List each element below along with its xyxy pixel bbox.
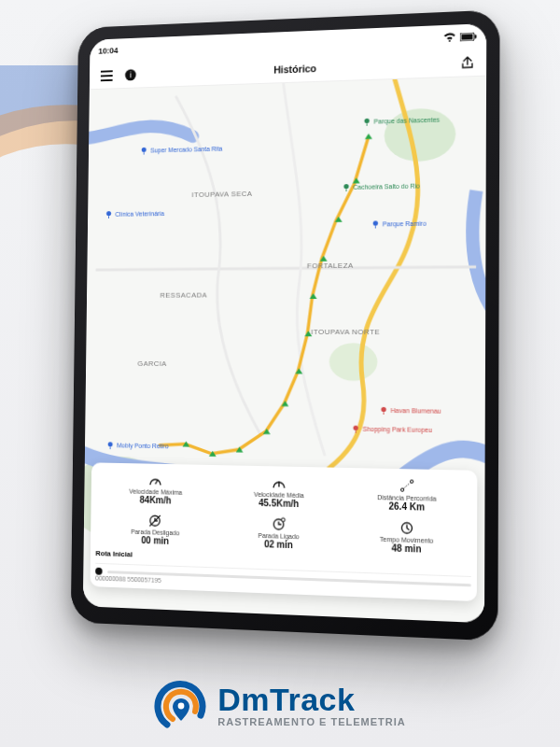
poi-pin: Parque Ramiro xyxy=(371,219,427,229)
svg-point-12 xyxy=(381,407,385,413)
svg-point-10 xyxy=(343,184,348,189)
map-label: FORTALEZA xyxy=(307,261,354,270)
poi-pin: Mobly Ponto Retiro xyxy=(106,441,169,450)
svg-point-18 xyxy=(400,488,403,491)
brand-tagline: RASTREAMENTO E TELEMETRIA xyxy=(217,717,405,727)
svg-point-8 xyxy=(142,148,147,152)
brand-logo-icon xyxy=(154,678,208,732)
stat-stop-off: Parada Desligado 00 min xyxy=(96,510,216,550)
svg-point-13 xyxy=(353,426,357,431)
poi-pin: Shopping Park Europeu xyxy=(352,425,432,434)
map-label: RESSACADA xyxy=(160,291,207,300)
clock-on-icon xyxy=(272,516,287,530)
svg-point-14 xyxy=(108,442,113,446)
map-label: ITOUPAVA SECA xyxy=(191,190,252,199)
svg-point-11 xyxy=(373,220,378,225)
app-store-screenshot: 10:04 i Histórico xyxy=(0,0,560,747)
svg-rect-1 xyxy=(461,34,472,40)
info-icon[interactable]: i xyxy=(122,65,140,84)
svg-point-9 xyxy=(106,211,111,216)
map-label: GARCIA xyxy=(137,359,166,368)
svg-point-15 xyxy=(364,119,369,124)
menu-icon[interactable] xyxy=(98,66,115,85)
stat-stop-on: Parada Ligado 02 min xyxy=(217,513,342,554)
map-label: ITOUPAVA NORTE xyxy=(311,328,380,336)
app-screen: 10:04 i Histórico xyxy=(83,23,486,623)
svg-rect-2 xyxy=(475,35,477,38)
poi-pin: Havan Blumenau xyxy=(380,406,441,416)
clock-off-icon xyxy=(148,513,162,527)
gauge-icon xyxy=(272,475,287,489)
page-title: Histórico xyxy=(273,63,316,75)
svg-point-23 xyxy=(281,517,285,521)
brand-name: DmTrack xyxy=(217,684,405,715)
map-canvas[interactable]: FORTALEZA RESSACADA ITOUPAVA NORTE ITOUP… xyxy=(83,77,486,624)
wifi-icon xyxy=(443,32,456,42)
battery-icon xyxy=(460,32,477,41)
clock-icon xyxy=(399,520,413,535)
stat-max-speed: Velocidade Máxima 84Km/h xyxy=(96,470,216,509)
poi-pin: Cachoeira Salto do Rio xyxy=(343,182,420,192)
svg-point-19 xyxy=(410,480,413,483)
svg-text:i: i xyxy=(130,70,132,79)
svg-point-25 xyxy=(178,703,185,710)
gauge-icon xyxy=(148,472,162,486)
distance-icon xyxy=(399,478,414,493)
stat-move-time: Tempo Movimento 48 min xyxy=(343,516,471,557)
poi-pin: Clínica Veterinária xyxy=(105,209,164,218)
stat-avg-speed: Velocidade Média 45.5Km/h xyxy=(217,472,342,513)
brand-footer: DmTrack RASTREAMENTO E TELEMETRIA xyxy=(0,678,560,732)
trip-stats-card: Velocidade Máxima 84Km/h Velocidade Médi… xyxy=(90,462,477,601)
share-icon[interactable] xyxy=(458,52,477,72)
tablet-mockup: 10:04 i Histórico xyxy=(71,9,500,641)
stat-distance: Distância Percorrida 26.4 Km xyxy=(343,475,472,516)
status-time: 10:04 xyxy=(98,46,118,55)
